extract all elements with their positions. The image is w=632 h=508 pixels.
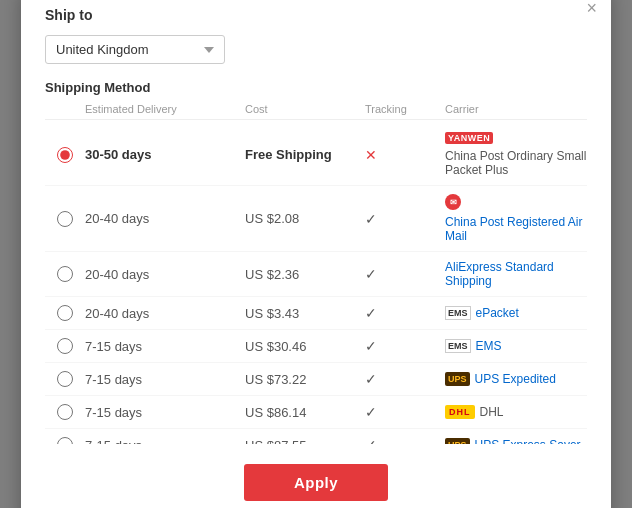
col-empty bbox=[45, 103, 85, 115]
carrier-col: DHL DHL bbox=[445, 405, 587, 419]
cost-text: Free Shipping bbox=[245, 147, 365, 162]
delivery-text: 7-15 days bbox=[85, 405, 245, 420]
carrier-col: ✉ China Post Registered Air Mail bbox=[445, 194, 587, 243]
cost-text: US $2.08 bbox=[245, 211, 365, 226]
table-row: 7-15 days US $86.14 ✓ DHL DHL bbox=[45, 396, 587, 429]
carrier-name: UPS Expedited bbox=[475, 372, 556, 386]
shipping-radio-2[interactable] bbox=[57, 266, 73, 282]
carrier-name: China Post Registered Air Mail bbox=[445, 215, 587, 243]
shipping-radio-0[interactable] bbox=[57, 147, 73, 163]
section-title: Shipping Method bbox=[45, 80, 587, 95]
radio-col[interactable] bbox=[45, 404, 85, 420]
check-icon: ✓ bbox=[365, 305, 377, 321]
shipping-modal: × Ship to United Kingdom United States G… bbox=[21, 0, 611, 508]
apply-button[interactable]: Apply bbox=[244, 464, 388, 501]
cost-text: US $2.36 bbox=[245, 267, 365, 282]
carrier-name: ePacket bbox=[476, 306, 519, 320]
close-button[interactable]: × bbox=[586, 0, 597, 17]
table-row: 20-40 days US $2.36 ✓ AliExpress Standar… bbox=[45, 252, 587, 297]
check-icon: ✓ bbox=[365, 338, 377, 354]
cross-icon: ✕ bbox=[365, 147, 377, 163]
carrier-col: AliExpress Standard Shipping bbox=[445, 260, 587, 288]
carrier-col: UPS UPS Express Saver bbox=[445, 438, 587, 444]
ups-logo: UPS bbox=[445, 438, 470, 444]
chinapost-logo: ✉ bbox=[445, 194, 461, 210]
ems-logo: EMS bbox=[445, 339, 471, 353]
carrier-name: EMS bbox=[476, 339, 502, 353]
table-row: 7-15 days US $87.55 ✓ UPS UPS Express Sa… bbox=[45, 429, 587, 444]
check-icon: ✓ bbox=[365, 266, 377, 282]
apply-button-wrapper: Apply bbox=[45, 464, 587, 501]
ems-logo: EMS bbox=[445, 306, 471, 320]
tracking-col: ✓ bbox=[365, 404, 445, 420]
shipping-radio-4[interactable] bbox=[57, 338, 73, 354]
table-row: 30-50 days Free Shipping ✕ YANWEN China … bbox=[45, 124, 587, 186]
tracking-col: ✓ bbox=[365, 211, 445, 227]
col-delivery-header: Estimated Delivery bbox=[85, 103, 245, 115]
radio-col[interactable] bbox=[45, 211, 85, 227]
yanwen-logo: YANWEN bbox=[445, 132, 493, 144]
table-row: 20-40 days US $2.08 ✓ ✉ China Post Regis… bbox=[45, 186, 587, 252]
radio-col[interactable] bbox=[45, 305, 85, 321]
radio-col[interactable] bbox=[45, 266, 85, 282]
cost-text: US $86.14 bbox=[245, 405, 365, 420]
modal-title: Ship to bbox=[45, 7, 587, 23]
carrier-name: UPS Express Saver bbox=[475, 438, 581, 444]
table-row: 7-15 days US $30.46 ✓ EMS EMS bbox=[45, 330, 587, 363]
country-select-wrapper: United Kingdom United States Germany Fra… bbox=[45, 35, 587, 64]
carrier-name: China Post Ordinary Small Packet Plus bbox=[445, 149, 587, 177]
delivery-text: 7-15 days bbox=[85, 339, 245, 354]
tracking-col: ✓ bbox=[365, 338, 445, 354]
table-row: 20-40 days US $3.43 ✓ EMS ePacket bbox=[45, 297, 587, 330]
delivery-text: 30-50 days bbox=[85, 147, 245, 162]
shipping-radio-5[interactable] bbox=[57, 371, 73, 387]
check-icon: ✓ bbox=[365, 437, 377, 444]
table-header: Estimated Delivery Cost Tracking Carrier bbox=[45, 103, 587, 120]
shipping-radio-7[interactable] bbox=[57, 437, 73, 444]
col-tracking-header: Tracking bbox=[365, 103, 445, 115]
ups-logo: UPS bbox=[445, 372, 470, 386]
radio-col[interactable] bbox=[45, 371, 85, 387]
radio-col[interactable] bbox=[45, 437, 85, 444]
carrier-col: UPS UPS Expedited bbox=[445, 372, 587, 386]
carrier-col: EMS EMS bbox=[445, 339, 587, 353]
check-icon: ✓ bbox=[365, 211, 377, 227]
cost-text: US $73.22 bbox=[245, 372, 365, 387]
shipping-rows: 30-50 days Free Shipping ✕ YANWEN China … bbox=[45, 124, 587, 444]
check-icon: ✓ bbox=[365, 404, 377, 420]
carrier-col: YANWEN China Post Ordinary Small Packet … bbox=[445, 132, 587, 177]
delivery-text: 20-40 days bbox=[85, 267, 245, 282]
delivery-text: 20-40 days bbox=[85, 306, 245, 321]
carrier-col: EMS ePacket bbox=[445, 306, 587, 320]
radio-col[interactable] bbox=[45, 338, 85, 354]
carrier-name: AliExpress Standard Shipping bbox=[445, 260, 587, 288]
shipping-radio-1[interactable] bbox=[57, 211, 73, 227]
tracking-col: ✓ bbox=[365, 371, 445, 387]
tracking-col: ✓ bbox=[365, 305, 445, 321]
check-icon: ✓ bbox=[365, 371, 377, 387]
tracking-col: ✓ bbox=[365, 437, 445, 444]
carrier-name: DHL bbox=[480, 405, 504, 419]
shipping-radio-6[interactable] bbox=[57, 404, 73, 420]
delivery-text: 7-15 days bbox=[85, 438, 245, 445]
country-select[interactable]: United Kingdom United States Germany Fra… bbox=[45, 35, 225, 64]
cost-text: US $30.46 bbox=[245, 339, 365, 354]
shipping-radio-3[interactable] bbox=[57, 305, 73, 321]
col-carrier-header: Carrier bbox=[445, 103, 587, 115]
tracking-col: ✓ bbox=[365, 266, 445, 282]
radio-col[interactable] bbox=[45, 147, 85, 163]
table-row: 7-15 days US $73.22 ✓ UPS UPS Expedited bbox=[45, 363, 587, 396]
tracking-col: ✕ bbox=[365, 147, 445, 163]
cost-text: US $3.43 bbox=[245, 306, 365, 321]
delivery-text: 20-40 days bbox=[85, 211, 245, 226]
delivery-text: 7-15 days bbox=[85, 372, 245, 387]
dhl-logo: DHL bbox=[445, 405, 475, 419]
cost-text: US $87.55 bbox=[245, 438, 365, 445]
col-cost-header: Cost bbox=[245, 103, 365, 115]
